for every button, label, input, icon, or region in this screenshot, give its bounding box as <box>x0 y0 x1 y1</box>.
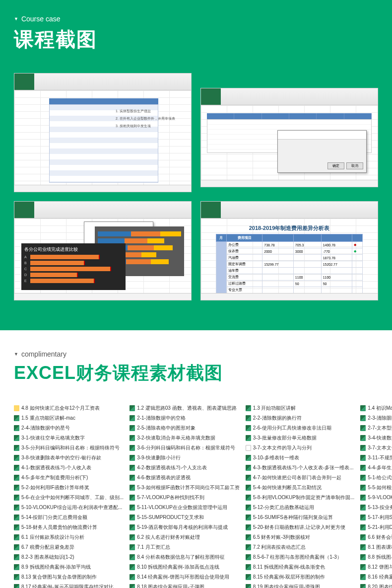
file-icon <box>130 415 135 421</box>
file-item: 3-2-快速取消合并单元格并填充数据 <box>130 433 240 443</box>
file-name: 8.12 饼图与环形图的基本使用 <box>368 562 392 572</box>
ok-button[interactable]: 确定 <box>327 162 344 169</box>
file-name: 6.6 财务会计专用金额大写 <box>368 532 392 542</box>
file-item: 3-11-不规范数据综合实战练习 <box>360 453 392 463</box>
file-name: 8.11 拆线图经典案例-线条渐变色 <box>253 562 326 572</box>
file-item: 8.20 图表综合案例应用-增幅条形图 <box>360 582 392 588</box>
file-icon <box>14 534 19 540</box>
file-item: 5-6-在企业中如何判断不同城市、工龄、级别... <box>14 493 124 503</box>
file-icon <box>360 554 366 560</box>
file-name: 4-6-数据透视表的逆透视 <box>137 473 191 483</box>
file-item: 8.4 分析表格数据信息与了解柱形图特征 <box>130 552 240 562</box>
file-item: 8.1 图表课程模块介绍 <box>360 542 392 552</box>
course-case-title: 课程截图 <box>14 26 378 53</box>
excel-ribbon <box>14 74 191 90</box>
file-item: 5-3-如何根据IF函数计算不同岗位不同工龄工资 <box>130 483 240 493</box>
file-name: 8.17 经典案例-展示不同期限库存情况对比 <box>21 582 114 588</box>
file-name: 3-7-文本文件的导入与分列 <box>368 443 392 453</box>
file-icon <box>246 574 251 580</box>
file-name: 3-3-批量修改部分单元格数据 <box>253 433 317 443</box>
file-name: 8.20 图表综合案例应用-增幅条形图 <box>368 582 392 588</box>
file-icon <box>130 455 135 461</box>
file-name: 3-5-分列科目编码和科目名称：根据特殊符号 <box>21 443 120 453</box>
file-icon <box>130 554 135 560</box>
file-name: 2-5-清除表格中的图形对象 <box>137 423 196 433</box>
file-icon <box>360 425 366 431</box>
file-item: 6.2 按人名进行财务对账处理 <box>130 532 240 542</box>
file-icon <box>246 524 251 530</box>
file-item: 8.10 拆线图经典案例-添加高低点连线 <box>130 562 240 572</box>
file-icon <box>360 524 366 530</box>
file-item: 5-10-VLOOKUP综合运用-在利润表中查透配... <box>14 503 124 513</box>
file-name: 4.8 如何快速汇总全年12个月工资表 <box>21 403 100 413</box>
file-icon <box>360 455 366 461</box>
file-item: 4-6-数据透视表的逆透视 <box>130 473 240 483</box>
file-icon <box>130 495 135 501</box>
file-name: 2-4-清除数据中的星号 <box>21 423 70 433</box>
file-name: 5-11-VLOOKUP在企业数据流管理中运用 <box>137 503 227 513</box>
file-item: 4-2-数据透视表练习-个人支出表 <box>130 463 240 473</box>
file-icon <box>14 465 19 471</box>
file-icon <box>130 435 135 441</box>
file-name: 6.7 税费分配且避免差异 <box>21 542 74 552</box>
dialog-box: 确定 取消 <box>277 130 367 173</box>
file-name: 3-9-快速删除小计行 <box>137 453 181 463</box>
file-name: 1.5 重点功能区讲解-mac <box>21 413 75 423</box>
file-item: 8.16 经典案例-XY散点图应用 <box>360 572 392 582</box>
file-icon <box>14 405 19 411</box>
file-icon <box>130 564 135 570</box>
file-icon <box>130 514 135 520</box>
file-item: 1.3 开始功能区讲解 <box>246 403 354 413</box>
file-name: 5-19-酒店餐饮部每月考核的利润率与提成 <box>137 522 228 532</box>
file-name: 8.8 拆线图与面积图的创建与美化 <box>368 552 392 562</box>
file-item: 4-1-数据透视表练习-个人收入表 <box>14 463 124 473</box>
excel-ribbon <box>201 88 378 105</box>
file-name: 2-1-清除数据中的空格 <box>137 413 186 423</box>
file-item: 2-6-使用分列工具快速修改非法日期 <box>246 423 354 433</box>
file-item: 8.18 图表综合案例应用-子弹图 <box>130 582 240 588</box>
file-icon <box>130 475 135 481</box>
screenshot-1: 1. 实体型股份生产信息 2. 在外有入企业型数作外，并用单项表 3. 按相关细… <box>14 73 192 192</box>
file-item: 8.15 经典案例-双层环形图的制作 <box>246 572 354 582</box>
file-name: 5-20-财务日期函数精讲,让记录入时更方便 <box>253 522 345 532</box>
file-icon <box>360 544 366 550</box>
file-list: 4.8 如何快速汇总全年12个月工资表1.5 重点功能区讲解-mac2-4-清除… <box>0 395 392 588</box>
file-icon <box>130 544 135 550</box>
screenshot-grid: 1. 实体型股份生产信息 2. 在外有入企业型数作外，并用单项表 3. 按相关细… <box>0 73 392 330</box>
file-item: 8.5-6-7 柱形图与条形图经典案例（1-3） <box>246 552 354 562</box>
cancel-button[interactable]: 取消 <box>346 162 363 169</box>
file-name: 1.3 开始功能区讲解 <box>253 403 296 413</box>
file-name: 3-1-快速往空单元格填充数字 <box>21 433 85 443</box>
file-item: 8.19 图表综合案例应用-滑珠图 <box>246 582 354 588</box>
file-item: 5-5-如何根据信用等级调整供应商付款的信用期 <box>360 483 392 493</box>
file-item: 1.2 逻辑思路03 函数、透视表、图表逻辑思路 <box>130 403 240 413</box>
file-item: 8.8 拆线图与面积图的创建与美化 <box>360 552 392 562</box>
file-item: 8.13 复合饼图与复合条饼图的制作 <box>14 572 124 582</box>
file-name: 8.16 经典案例-XY散点图应用 <box>368 572 392 582</box>
file-name: 5-13-按业务员单位分年度汇总（模糊） <box>368 503 392 513</box>
file-item: 5-17-利用SUMIFS生成进销存自动统计 <box>360 513 392 522</box>
file-name: 4-7-如何快速把公司各部门表合并到一起 <box>253 473 341 483</box>
formula-notes: 1. 实体型股份生产信息 2. 在外有入企业型数作外，并用单项表 3. 按相关细… <box>116 108 180 163</box>
file-item: 3-8-快速删除表单中的空行-银行存款 <box>14 453 124 463</box>
file-name: 5-4-如何快速判断员工出勤情况 <box>253 483 322 493</box>
file-icon <box>130 524 135 530</box>
file-icon <box>360 534 366 540</box>
file-item: 3-7-文本文件的导入与分列 <box>246 443 354 453</box>
file-icon <box>14 505 19 511</box>
file-item: 8.17 经典案例-展示不同期限库存情况对比 <box>14 582 124 588</box>
file-item: 5-21-利用DATEDIF函数计算账龄 <box>360 522 392 532</box>
file-name: 6.2 按人名进行财务对账处理 <box>137 532 200 542</box>
file-item: 8.2-3 图表基础知识(1-2) <box>14 552 124 562</box>
file-name: 5-9-VLOOKUP综合运用-根据应收账款表制单... <box>368 493 392 503</box>
file-name: 5-12-分类汇总函数基础运用 <box>253 503 314 513</box>
file-name: 5-3-如何根据IF函数计算不同岗位不同工龄工资 <box>137 483 240 493</box>
file-name: 6.5 财务对账-3列数据核对 <box>253 532 311 542</box>
file-item: 5-11-VLOOKUP在企业数据流管理中运用 <box>130 503 240 513</box>
file-icon <box>246 495 251 501</box>
excel-statusbar <box>14 185 191 192</box>
file-icon <box>360 405 366 411</box>
file-name: 3-7-文本文件的导入与分列 <box>253 443 312 453</box>
file-name: 5-6-在企业中如何判断不同城市、工龄、级别... <box>21 493 124 503</box>
file-icon <box>14 554 19 560</box>
